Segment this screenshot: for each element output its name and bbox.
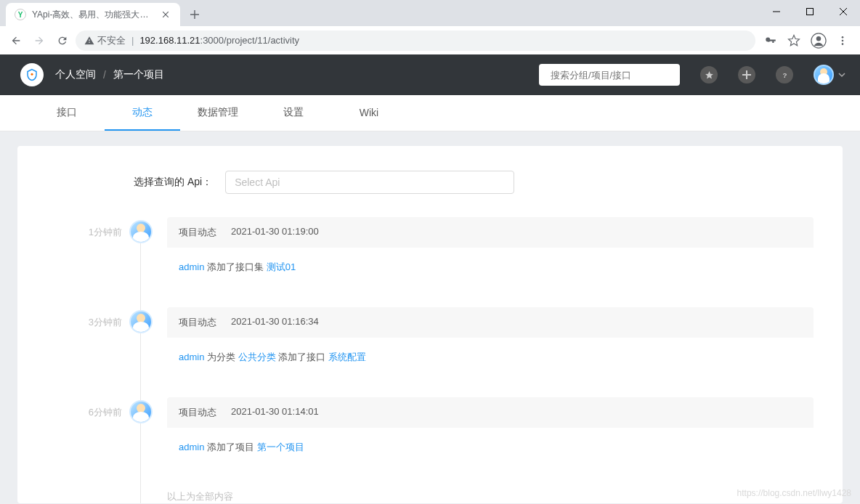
svg-text:?: ?: [782, 70, 787, 78]
svg-point-5: [842, 43, 844, 45]
timeline-relative-time: 3分钟前: [78, 316, 122, 329]
favicon-icon: [15, 9, 26, 20]
app-header: 个人空间 / 第一个项目 ?: [0, 54, 860, 95]
warning-icon: [84, 36, 94, 46]
content: 选择查询的 Api： Select Api 1分钟前项目动态2021-01-30…: [0, 131, 860, 504]
breadcrumb-separator: /: [103, 69, 106, 81]
address-bar: 不安全 | 192.168.11.21:3000/project/11/acti…: [0, 26, 860, 54]
tab-api[interactable]: 接口: [29, 95, 105, 131]
timeline-timestamp: 2021-01-30 01:16:34: [231, 316, 319, 329]
window-maximize-button[interactable]: [793, 0, 827, 23]
tab-activity[interactable]: 动态: [105, 95, 180, 131]
timeline-link[interactable]: 第一个项目: [257, 442, 304, 452]
api-select-placeholder: Select Api: [235, 176, 280, 188]
tab-bar: YApi-高效、易用、功能强大的可...: [0, 0, 860, 26]
timeline-title: 项目动态: [179, 406, 216, 419]
timeline-header: 项目动态2021-01-30 01:19:00: [167, 217, 814, 248]
tab-data[interactable]: 数据管理: [180, 95, 256, 131]
logo-icon[interactable]: [20, 63, 44, 86]
timeline-title: 项目动态: [179, 316, 216, 329]
svg-point-6: [31, 73, 33, 76]
star-button[interactable]: [700, 66, 718, 84]
url-box[interactable]: 不安全 | 192.168.11.21:3000/project/11/acti…: [76, 31, 755, 51]
timeline-item: 3分钟前项目动态2021-01-30 01:16:34admin 为分类 公共分…: [80, 307, 814, 377]
window-close-button[interactable]: [827, 0, 860, 23]
tab-title: YApi-高效、易用、功能强大的可...: [32, 9, 154, 21]
avatar: [129, 310, 153, 333]
svg-rect-0: [807, 9, 814, 15]
timeline-relative-time: 6分钟前: [78, 406, 122, 419]
project-tabs: 接口动态数据管理设置Wiki: [0, 95, 860, 131]
menu-dots-icon[interactable]: [837, 35, 848, 46]
avatar: [129, 220, 153, 243]
timeline-text: 添加了接口集: [204, 261, 266, 272]
search-box[interactable]: [539, 64, 680, 86]
avatar: [814, 65, 834, 85]
timeline-item: 1分钟前项目动态2021-01-30 01:19:00admin 添加了接口集 …: [80, 217, 814, 287]
timeline-link[interactable]: admin: [179, 351, 204, 362]
timeline-relative-time: 1分钟前: [78, 226, 122, 239]
activity-card: 选择查询的 Api： Select Api 1分钟前项目动态2021-01-30…: [17, 146, 843, 503]
api-filter-row: 选择查询的 Api： Select Api: [134, 171, 814, 194]
close-icon[interactable]: [160, 9, 171, 20]
timeline-body: admin 添加了接口集 测试01: [167, 248, 814, 287]
timeline: 1分钟前项目动态2021-01-30 01:19:00admin 添加了接口集 …: [80, 217, 814, 503]
timeline-link[interactable]: admin: [179, 261, 204, 272]
forward-button[interactable]: [29, 31, 49, 51]
reload-button[interactable]: [52, 31, 73, 51]
profile-icon[interactable]: [811, 33, 827, 49]
timeline-body: admin 为分类 公共分类 添加了接口 系统配置: [167, 338, 814, 377]
svg-point-3: [842, 36, 844, 38]
timeline-body: admin 添加了项目 第一个项目: [167, 428, 814, 467]
timeline-item: 6分钟前项目动态2021-01-30 01:14:01admin 添加了项目 第…: [80, 397, 814, 467]
browser-tab[interactable]: YApi-高效、易用、功能强大的可...: [6, 3, 180, 26]
security-label: 不安全: [97, 34, 126, 47]
timeline-end: 以上为全部内容: [80, 487, 814, 503]
add-button[interactable]: [738, 66, 755, 84]
breadcrumb-project[interactable]: 第一个项目: [113, 68, 164, 81]
bookmark-star-icon[interactable]: [787, 34, 800, 47]
timeline-link[interactable]: 系统配置: [328, 351, 366, 362]
new-tab-button[interactable]: [184, 4, 205, 25]
timeline-header: 项目动态2021-01-30 01:16:34: [167, 307, 814, 338]
password-key-icon[interactable]: [764, 34, 777, 47]
avatar: [129, 400, 153, 423]
help-button[interactable]: ?: [776, 66, 793, 84]
breadcrumb-space[interactable]: 个人空间: [55, 68, 96, 81]
tab-wiki[interactable]: Wiki: [331, 95, 407, 131]
window-controls: [760, 0, 860, 23]
url-text: 192.168.11.21:3000/project/11/activity: [139, 35, 299, 46]
chevron-down-icon: [838, 71, 845, 78]
timeline-link[interactable]: admin: [179, 442, 204, 452]
address-bar-icons: [758, 33, 854, 49]
timeline-timestamp: 2021-01-30 01:14:01: [231, 406, 319, 419]
security-indicator: 不安全: [84, 34, 126, 47]
svg-point-2: [816, 36, 821, 41]
breadcrumb: 个人空间 / 第一个项目: [55, 68, 164, 81]
search-input[interactable]: [551, 70, 673, 81]
api-select[interactable]: Select Api: [225, 171, 514, 194]
timeline-title: 项目动态: [179, 226, 216, 239]
timeline-timestamp: 2021-01-30 01:19:00: [231, 226, 319, 239]
api-filter-label: 选择查询的 Api：: [134, 176, 212, 189]
timeline-header: 项目动态2021-01-30 01:14:01: [167, 397, 814, 428]
timeline-text: 添加了项目: [204, 442, 256, 452]
timeline-text: 为分类: [204, 351, 238, 362]
timeline-link[interactable]: 测试01: [267, 261, 296, 272]
back-button[interactable]: [6, 31, 26, 51]
timeline-text: 添加了接口: [276, 351, 328, 362]
browser-chrome: YApi-高效、易用、功能强大的可... 不安全 | 192.168.11.21…: [0, 0, 860, 54]
svg-point-4: [842, 39, 844, 41]
user-menu[interactable]: [814, 65, 845, 85]
window-minimize-button[interactable]: [760, 0, 793, 23]
timeline-link[interactable]: 公共分类: [238, 351, 276, 362]
tab-setting[interactable]: 设置: [256, 95, 331, 131]
